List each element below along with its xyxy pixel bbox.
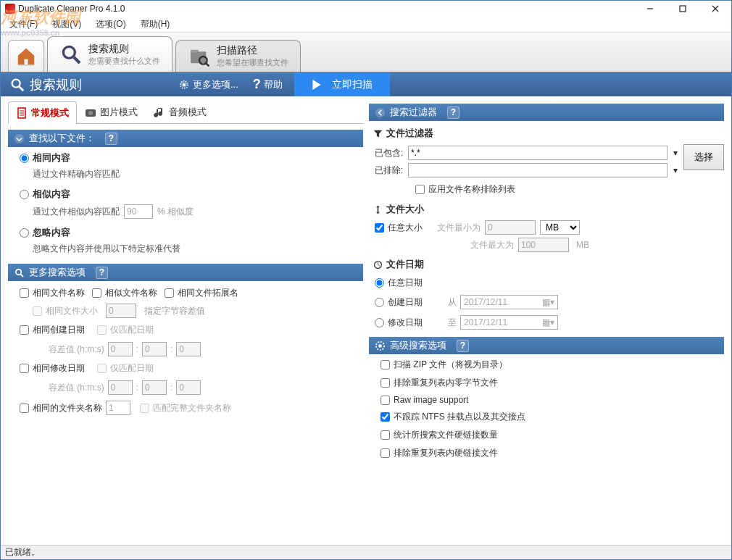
window-title: Duplicate Cleaner Pro 4.1.0 bbox=[18, 4, 125, 14]
camera-icon bbox=[85, 106, 96, 118]
similarity-input[interactable] bbox=[124, 204, 153, 219]
tab-scan-paths[interactable]: 扫描路径 您希望在哪查找文件 bbox=[175, 40, 301, 72]
svg-point-1 bbox=[63, 46, 75, 58]
tol-m[interactable] bbox=[142, 342, 167, 356]
check-date-only-2: 仅匹配日期 bbox=[97, 362, 154, 375]
menu-view[interactable]: 视图(V) bbox=[49, 17, 84, 32]
left-pane: 常规模式 图片模式 音频模式 查找以下文件： ? 相同内容 通过文件精确内容匹配… bbox=[8, 101, 363, 540]
size-tolerance-input[interactable] bbox=[106, 304, 136, 318]
tab-scan-paths-subtitle: 您希望在哪查找文件 bbox=[217, 57, 288, 68]
check-match-full: 匹配完整文件夹名称 bbox=[140, 402, 231, 414]
more-options-button[interactable]: 更多选项... bbox=[171, 72, 246, 96]
check-same-created[interactable]: 相同创建日期 仅匹配日期 bbox=[8, 322, 363, 338]
scan-now-button[interactable]: 立即扫描 bbox=[294, 72, 390, 96]
check-zero-byte[interactable]: 排除重复列表内零字节文件 bbox=[369, 375, 724, 390]
check-same-folder[interactable]: 相同的文件夹名称 匹配完整文件夹名称 bbox=[8, 399, 363, 417]
close-button[interactable] bbox=[699, 1, 731, 17]
mode-tab-normal[interactable]: 常规模式 bbox=[8, 101, 77, 124]
radio-modified-date[interactable]: 修改日期 至 2017/12/11▦▾ bbox=[369, 314, 724, 331]
magnifier-icon bbox=[59, 43, 83, 66]
right-pane: 搜索过滤器 ? 文件过滤器 已包含: ▾ 已排除: ▾ 选择 应用 bbox=[369, 101, 724, 540]
excluded-row: 已排除: ▾ bbox=[369, 162, 681, 179]
check-any-size[interactable]: 任意大小 bbox=[375, 222, 423, 234]
status-bar: 已就绪。 bbox=[1, 545, 731, 559]
included-input[interactable] bbox=[408, 146, 667, 160]
folder-depth-input[interactable] bbox=[106, 401, 130, 415]
check-raw[interactable]: Raw image support bbox=[369, 393, 724, 406]
clock-icon bbox=[373, 260, 383, 269]
maximize-button[interactable] bbox=[666, 1, 699, 17]
dropdown-icon[interactable]: ▾ bbox=[670, 165, 681, 175]
tab-search-rules-subtitle: 您需要查找什么文件 bbox=[88, 56, 160, 67]
radio-created-date[interactable]: 创建日期 从 2017/12/11▦▾ bbox=[369, 293, 724, 311]
toolbar: 搜索规则 更多选项... ? 帮助 立即扫描 bbox=[1, 72, 731, 96]
included-row: 已包含: ▾ bbox=[369, 144, 681, 162]
max-size-unit: MB bbox=[573, 240, 613, 250]
mode-tab-audio[interactable]: 音频模式 bbox=[146, 101, 215, 123]
svg-point-10 bbox=[88, 111, 93, 115]
check-use-exclude-list[interactable]: 应用文件名称排除列表 bbox=[369, 182, 724, 197]
help-badge[interactable]: ? bbox=[96, 267, 108, 279]
radio-similar-content[interactable]: 相似内容 bbox=[8, 186, 363, 202]
excluded-input[interactable] bbox=[408, 163, 667, 177]
check-date-only-1: 仅匹配日期 bbox=[97, 324, 154, 336]
svg-rect-0 bbox=[680, 6, 686, 12]
min-size-unit[interactable]: MB bbox=[540, 220, 580, 235]
calendar-icon: ▦▾ bbox=[542, 297, 554, 307]
main-tab-bar: 搜索规则 您需要查找什么文件 扫描路径 您希望在哪查找文件 bbox=[1, 33, 731, 72]
tab-search-rules[interactable]: 搜索规则 您需要查找什么文件 bbox=[47, 36, 172, 72]
svg-point-5 bbox=[12, 79, 20, 87]
magnifier-icon bbox=[14, 267, 25, 278]
chevron-down-icon[interactable] bbox=[14, 133, 25, 144]
check-hard-count[interactable]: 统计所搜索文件硬链接数量 bbox=[369, 427, 724, 443]
check-zip[interactable]: 扫描 ZIP 文件（将视为目录） bbox=[369, 357, 724, 372]
app-icon bbox=[5, 4, 15, 14]
file-filter-subheader: 文件过滤器 bbox=[369, 124, 724, 141]
gear-icon bbox=[375, 340, 386, 351]
tol2-s[interactable] bbox=[176, 380, 201, 395]
tol-h[interactable] bbox=[108, 342, 133, 356]
menu-help[interactable]: 帮助(H) bbox=[138, 17, 173, 32]
menu-options[interactable]: 选项(O) bbox=[93, 17, 128, 32]
mode-tabs: 常规模式 图片模式 音频模式 bbox=[8, 101, 363, 124]
music-note-icon bbox=[154, 106, 165, 118]
date-to-input[interactable]: 2017/12/11▦▾ bbox=[460, 315, 558, 330]
same-content-desc: 通过文件精确内容匹配 bbox=[8, 168, 363, 180]
check-same-modified[interactable]: 相同修改日期 仅匹配日期 bbox=[8, 361, 363, 376]
home-tab[interactable] bbox=[8, 40, 44, 72]
radio-same-content[interactable]: 相同内容 bbox=[8, 150, 363, 166]
svg-point-12 bbox=[16, 269, 22, 275]
check-same-ext[interactable]: 相同文件拓展名 bbox=[165, 287, 238, 299]
radio-ignore-content[interactable]: 忽略内容 bbox=[8, 225, 363, 241]
tol2-h[interactable] bbox=[108, 380, 133, 395]
question-icon: ? bbox=[253, 77, 261, 92]
tol2-m[interactable] bbox=[142, 380, 167, 395]
check-same-name[interactable]: 相同文件名称 bbox=[20, 287, 85, 299]
date-subheader: 文件日期 bbox=[369, 255, 724, 272]
radio-any-date[interactable]: 任意日期 bbox=[369, 275, 724, 291]
help-badge[interactable]: ? bbox=[105, 133, 117, 145]
min-size-input[interactable] bbox=[485, 220, 536, 235]
help-button[interactable]: ? 帮助 bbox=[246, 72, 290, 96]
help-badge[interactable]: ? bbox=[447, 106, 459, 119]
svg-rect-3 bbox=[191, 49, 199, 52]
size-subheader: 文件大小 bbox=[369, 200, 724, 217]
check-hard-exclude[interactable]: 排除重复列表内硬链接文件 bbox=[369, 446, 724, 461]
chevron-left-icon[interactable] bbox=[375, 107, 386, 118]
max-size-input[interactable] bbox=[518, 238, 569, 252]
check-ntfs[interactable]: 不跟踪 NTFS 挂载点以及其交接点 bbox=[369, 409, 724, 425]
check-same-size[interactable]: 相同文件大小 指定字节容差值 bbox=[8, 302, 363, 319]
help-badge[interactable]: ? bbox=[457, 340, 469, 352]
select-filter-button[interactable]: 选择 bbox=[683, 144, 724, 170]
find-files-header: 查找以下文件： ? bbox=[8, 130, 363, 147]
dropdown-icon[interactable]: ▾ bbox=[670, 148, 681, 158]
mode-tab-image[interactable]: 图片模式 bbox=[77, 101, 146, 123]
date-from-input[interactable]: 2017/12/11▦▾ bbox=[460, 295, 558, 309]
check-similar-name[interactable]: 相似文件名称 bbox=[92, 287, 157, 299]
filter-header: 搜索过滤器 ? bbox=[369, 104, 724, 121]
title-bar: Duplicate Cleaner Pro 4.1.0 bbox=[1, 1, 731, 17]
menu-file[interactable]: 文件(F) bbox=[7, 17, 41, 32]
minimize-button[interactable] bbox=[633, 1, 666, 17]
gear-icon bbox=[178, 79, 190, 91]
tol-s[interactable] bbox=[176, 342, 201, 356]
